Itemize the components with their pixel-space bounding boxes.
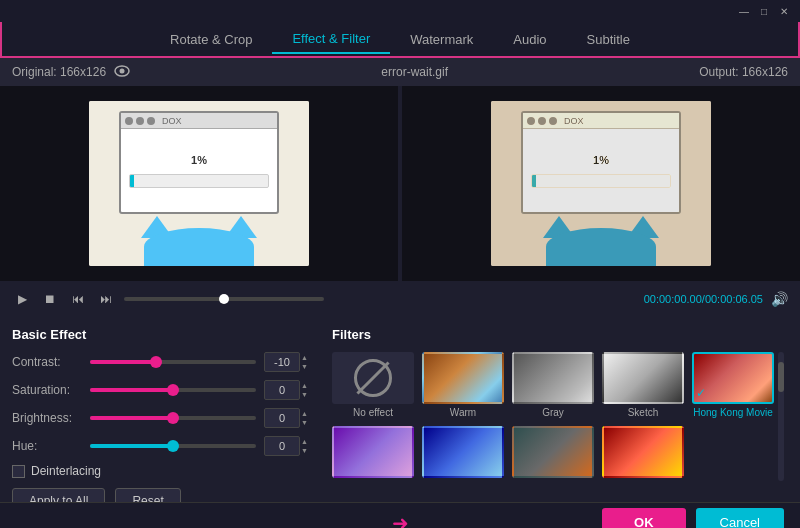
filters-wrapper: No effect Warm Gray Sketch <box>332 352 788 481</box>
brightness-down[interactable]: ▼ <box>301 418 308 427</box>
filter-row2-3[interactable] <box>512 426 594 481</box>
brightness-track[interactable] <box>90 416 256 420</box>
contrast-value-box: ▲ ▼ <box>264 352 312 372</box>
tab-audio[interactable]: Audio <box>493 26 566 53</box>
filter-hk-movie[interactable]: ✓ Hong Kong Movie <box>692 352 774 418</box>
brightness-row: Brightness: ▲ ▼ <box>12 408 312 428</box>
filter-row2-1-thumb <box>332 426 414 478</box>
next-frame-button[interactable]: ⏭ <box>96 289 116 309</box>
filter-sketch-thumb <box>602 352 684 404</box>
volume-icon[interactable]: 🔊 <box>771 291 788 307</box>
arrow-indicator: ➜ <box>392 511 409 529</box>
contrast-thumb[interactable] <box>150 356 162 368</box>
brightness-up[interactable]: ▲ <box>301 409 308 418</box>
brightness-value-box: ▲ ▼ <box>264 408 312 428</box>
contrast-input[interactable] <box>264 352 300 372</box>
brightness-label: Brightness: <box>12 411 82 425</box>
tab-effect-filter[interactable]: Effect & Filter <box>272 25 390 54</box>
maximize-button[interactable]: □ <box>756 3 772 19</box>
saturation-track[interactable] <box>90 388 256 392</box>
filter-sketch[interactable]: Sketch <box>602 352 684 418</box>
filters-grid: No effect Warm Gray Sketch <box>332 352 774 481</box>
filter-row2-1[interactable] <box>332 426 414 481</box>
brightness-input[interactable] <box>264 408 300 428</box>
deinterlacing-row: Deinterlacing <box>12 464 312 478</box>
deinterlacing-checkbox[interactable] <box>12 465 25 478</box>
tab-watermark[interactable]: Watermark <box>390 26 493 53</box>
hue-row: Hue: ▲ ▼ <box>12 436 312 456</box>
time-display: 00:00:00.00/00:00:06.05 <box>644 293 763 305</box>
hue-fill <box>90 444 173 448</box>
filter-warm[interactable]: Warm <box>422 352 504 418</box>
filter-gray-thumb <box>512 352 594 404</box>
preview-output: DOX 1% <box>402 86 800 281</box>
output-preview: DOX 1% <box>491 101 711 266</box>
tab-rotate-crop[interactable]: Rotate & Crop <box>150 26 272 53</box>
filter-gray[interactable]: Gray <box>512 352 594 418</box>
saturation-up[interactable]: ▲ <box>301 381 308 390</box>
filter-hk-label: Hong Kong Movie <box>693 407 773 418</box>
prev-frame-button[interactable]: ⏮ <box>68 289 88 309</box>
preview-original: DOX 1% <box>0 86 398 281</box>
saturation-label: Saturation: <box>12 383 82 397</box>
basic-effect-title: Basic Effect <box>12 327 312 342</box>
hue-down[interactable]: ▼ <box>301 446 308 455</box>
brightness-slider-container <box>90 416 256 420</box>
filters-panel: Filters No effect Warm <box>332 327 788 492</box>
hue-arrows: ▲ ▼ <box>301 437 308 455</box>
playback-slider[interactable] <box>124 297 324 301</box>
eye-icon[interactable] <box>114 65 130 80</box>
minimize-button[interactable]: — <box>736 3 752 19</box>
hue-thumb[interactable] <box>167 440 179 452</box>
hue-label: Hue: <box>12 439 82 453</box>
filter-row2-4-thumb <box>602 426 684 478</box>
hue-value-box: ▲ ▼ <box>264 436 312 456</box>
playback-thumb[interactable] <box>219 294 229 304</box>
saturation-down[interactable]: ▼ <box>301 390 308 399</box>
filter-row2-2[interactable] <box>422 426 504 481</box>
saturation-input[interactable] <box>264 380 300 400</box>
controls-area: Basic Effect Contrast: ▲ ▼ Saturation: <box>0 317 800 502</box>
brightness-thumb[interactable] <box>167 412 179 424</box>
filter-warm-label: Warm <box>450 407 476 418</box>
ok-button[interactable]: OK <box>602 508 686 528</box>
tab-subtitle[interactable]: Subtitle <box>567 26 650 53</box>
hue-input[interactable] <box>264 436 300 456</box>
output-dimensions: Output: 166x126 <box>699 65 788 79</box>
saturation-fill <box>90 388 173 392</box>
info-bar: Original: 166x126 error-wait.gif Output:… <box>0 58 800 86</box>
contrast-arrows: ▲ ▼ <box>301 353 308 371</box>
cancel-button[interactable]: Cancel <box>696 508 784 528</box>
hue-track[interactable] <box>90 444 256 448</box>
hue-up[interactable]: ▲ <box>301 437 308 446</box>
saturation-arrows: ▲ ▼ <box>301 381 308 399</box>
brightness-arrows: ▲ ▼ <box>301 409 308 427</box>
bottom-bar: ➜ OK Cancel <box>0 502 800 528</box>
filter-row2-3-thumb <box>512 426 594 478</box>
original-preview: DOX 1% <box>89 101 309 266</box>
svg-point-1 <box>120 68 125 73</box>
saturation-row: Saturation: ▲ ▼ <box>12 380 312 400</box>
contrast-up[interactable]: ▲ <box>301 353 308 362</box>
play-button[interactable]: ▶ <box>12 289 32 309</box>
filename-display: error-wait.gif <box>381 65 448 79</box>
filter-no-effect[interactable]: No effect <box>332 352 414 418</box>
contrast-row: Contrast: ▲ ▼ <box>12 352 312 372</box>
close-button[interactable]: ✕ <box>776 3 792 19</box>
saturation-thumb[interactable] <box>167 384 179 396</box>
contrast-down[interactable]: ▼ <box>301 362 308 371</box>
filter-selected-check: ✓ <box>696 386 706 400</box>
contrast-slider-container <box>90 360 256 364</box>
contrast-track[interactable] <box>90 360 256 364</box>
deinterlacing-label: Deinterlacing <box>31 464 101 478</box>
scrollbar-thumb <box>778 362 784 392</box>
filter-sketch-label: Sketch <box>628 407 659 418</box>
filter-hk-thumb: ✓ <box>692 352 774 404</box>
filter-warm-thumb <box>422 352 504 404</box>
saturation-slider-container <box>90 388 256 392</box>
tab-bar: Rotate & Crop Effect & Filter Watermark … <box>0 22 800 58</box>
filters-title: Filters <box>332 327 788 342</box>
filter-row2-4[interactable] <box>602 426 684 481</box>
filters-scrollbar[interactable] <box>778 352 784 481</box>
stop-button[interactable]: ⏹ <box>40 289 60 309</box>
